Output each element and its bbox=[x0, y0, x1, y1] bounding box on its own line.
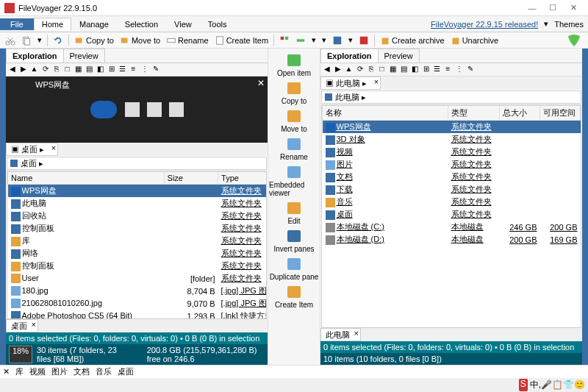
tool-icon-3[interactable] bbox=[330, 35, 345, 46]
location-tab[interactable]: ▣ 桌面 ▸× bbox=[6, 143, 58, 156]
pane-tool-icon[interactable]: ⎘ bbox=[51, 65, 61, 74]
tab-exploration-right[interactable]: Exploration bbox=[320, 49, 379, 63]
maximize-button[interactable]: ☐ bbox=[542, 3, 563, 13]
action-duplicate-pane[interactable]: Duplicate pane bbox=[269, 255, 320, 282]
pane-tool-icon[interactable]: ⊞ bbox=[107, 65, 116, 74]
ime-icon[interactable]: 🎤 bbox=[541, 379, 552, 390]
pane-tool-icon[interactable]: ✎ bbox=[151, 65, 160, 74]
table-row[interactable]: 控制面板系统文件夹 bbox=[8, 222, 268, 235]
table-row[interactable]: User[folder]系统文件夹2022-10-12 17:1... bbox=[8, 272, 268, 285]
tab-exploration-left[interactable]: Exploration bbox=[6, 49, 64, 63]
pane-tool-icon[interactable]: ◧ bbox=[96, 65, 105, 74]
footer-link[interactable]: 视频 bbox=[29, 367, 46, 376]
pane-tool-icon[interactable]: ⟳ bbox=[355, 65, 365, 74]
menu-tab-selection[interactable]: Selection bbox=[117, 18, 166, 31]
pane-tool-icon[interactable]: ▤ bbox=[85, 65, 94, 74]
right-edge[interactable] bbox=[582, 49, 588, 365]
col-type[interactable]: 类型 bbox=[448, 106, 500, 121]
create-item-button[interactable]: Create Item bbox=[212, 35, 270, 46]
pane-tool-icon[interactable]: ▶ bbox=[333, 65, 343, 74]
themes-button[interactable]: Themes bbox=[554, 20, 584, 29]
left-edge[interactable] bbox=[0, 49, 6, 365]
pane-tool-icon[interactable]: ▦ bbox=[74, 65, 83, 74]
ime-icon[interactable]: S bbox=[519, 379, 528, 391]
footer-link[interactable]: 图片 bbox=[51, 367, 68, 376]
action-invert-panes[interactable]: Invert panes bbox=[273, 227, 315, 254]
pane-tool-icon[interactable]: ▲ bbox=[29, 65, 39, 74]
footer-link[interactable]: 文档 bbox=[74, 367, 90, 376]
action-create-item[interactable]: Create Item bbox=[274, 283, 314, 310]
copy-button[interactable] bbox=[19, 35, 34, 46]
close-icon[interactable]: × bbox=[51, 143, 56, 152]
table-row[interactable]: 下载系统文件夹 bbox=[323, 183, 581, 196]
tool-icon[interactable] bbox=[277, 35, 292, 46]
col-name[interactable]: Name bbox=[8, 172, 165, 185]
location-tab[interactable]: ▣ 此电脑 ▸× bbox=[320, 76, 381, 90]
pane-tool-icon[interactable]: ◀ bbox=[322, 65, 331, 74]
action-copy-to[interactable]: Copy to bbox=[281, 79, 307, 106]
table-row[interactable]: 音乐系统文件夹 bbox=[323, 196, 581, 208]
footer-link[interactable]: 库 bbox=[15, 367, 24, 376]
menu-tab-view[interactable]: View bbox=[166, 18, 200, 31]
pane-tool-icon[interactable]: ◀ bbox=[7, 65, 17, 74]
breadcrumb-right[interactable]: 此电脑 ▸ bbox=[321, 90, 581, 104]
table-row[interactable]: 180.jpg8,704 B[.jpg] JPG 图片...2022-10-14… bbox=[8, 285, 268, 297]
table-row[interactable]: 控制面板系统文件夹 bbox=[8, 260, 268, 272]
pane-tool-icon[interactable]: ▦ bbox=[388, 65, 398, 74]
ime-icon[interactable]: 🙂 bbox=[574, 379, 585, 390]
move-to-button[interactable]: Move to bbox=[118, 35, 162, 46]
pane-tool-icon[interactable]: ⊞ bbox=[421, 65, 431, 74]
tool-icon-4[interactable] bbox=[356, 35, 371, 46]
table-row[interactable]: WPS网盘系统文件夹 bbox=[323, 121, 581, 134]
close-icon[interactable]: × bbox=[374, 77, 379, 86]
menu-tab-manage[interactable]: Manage bbox=[71, 18, 117, 31]
table-row[interactable]: 视频系统文件夹 bbox=[323, 146, 581, 158]
action-rename[interactable]: Rename bbox=[279, 135, 309, 162]
tab-preview-left[interactable]: Preview bbox=[63, 49, 105, 63]
tool-icon-2[interactable] bbox=[293, 35, 308, 46]
pane-tool-icon[interactable]: ≡ bbox=[443, 65, 453, 74]
table-row[interactable]: 回收站系统文件夹 bbox=[8, 210, 268, 222]
footer-link[interactable]: 桌面 bbox=[118, 367, 134, 376]
minimize-button[interactable]: — bbox=[522, 4, 542, 13]
table-row[interactable]: 本地磁盘 (D:)本地磁盘200 GB169 GB bbox=[323, 233, 581, 246]
table-row[interactable]: 网络系统文件夹 bbox=[8, 247, 268, 260]
table-row[interactable]: Adobe Photoshop CS5 (64 Bit)1,293 B[.lnk… bbox=[8, 310, 268, 319]
pane-tool-icon[interactable]: □ bbox=[377, 65, 387, 74]
create-archive-button[interactable]: Create archive bbox=[378, 35, 447, 46]
paste-button[interactable]: ▾ bbox=[35, 35, 44, 46]
back-icon[interactable]: ✕ bbox=[3, 367, 10, 377]
bottom-tab-right[interactable]: 此电脑× bbox=[320, 328, 361, 341]
pane-tool-icon[interactable]: ✎ bbox=[465, 65, 475, 74]
cut-button[interactable] bbox=[3, 35, 18, 46]
ime-icon[interactable]: 中 bbox=[530, 379, 539, 390]
col-name[interactable]: 名称 bbox=[323, 106, 448, 121]
rename-button[interactable]: Rename bbox=[164, 35, 211, 46]
col-free[interactable]: 可用空间 bbox=[540, 106, 581, 121]
table-row[interactable]: 文档系统文件夹 bbox=[323, 171, 581, 183]
breadcrumb-left[interactable]: 桌面 ▸ bbox=[7, 157, 267, 170]
pane-tool-icon[interactable]: ▶ bbox=[18, 65, 28, 74]
copy-to-button[interactable]: Copy to bbox=[72, 35, 116, 46]
action-embedded-viewer[interactable]: Embedded viewer bbox=[268, 163, 320, 198]
table-row[interactable]: 桌面系统文件夹 bbox=[323, 208, 581, 221]
table-row[interactable]: 此电脑系统文件夹 bbox=[8, 197, 268, 210]
pane-tool-icon[interactable]: ▲ bbox=[344, 65, 354, 74]
pane-tool-icon[interactable]: ⋮ bbox=[454, 65, 464, 74]
pane-tool-icon[interactable]: ⎘ bbox=[366, 65, 376, 74]
pane-tool-icon[interactable]: ☰ bbox=[118, 65, 127, 74]
col-type[interactable]: Type bbox=[218, 172, 267, 185]
ime-icon[interactable]: 👕 bbox=[563, 379, 574, 390]
pane-tool-icon[interactable]: ☰ bbox=[432, 65, 442, 74]
table-row[interactable]: 库系统文件夹 bbox=[8, 235, 268, 247]
table-row[interactable]: 210628081010260.jpg9,070 B[.jpg] JPG 图片.… bbox=[8, 297, 268, 310]
action-open-item[interactable]: Open item bbox=[276, 51, 312, 78]
pane-tool-icon[interactable]: ⋮ bbox=[140, 65, 149, 74]
undo-button[interactable] bbox=[51, 35, 65, 46]
col-size[interactable]: Size bbox=[164, 172, 218, 185]
close-icon[interactable]: ✕ bbox=[257, 78, 265, 88]
table-row[interactable]: 3D 对象系统文件夹 bbox=[323, 133, 581, 146]
pane-tool-icon[interactable]: ≡ bbox=[129, 65, 138, 74]
unarchive-button[interactable]: Unarchive bbox=[448, 35, 501, 46]
bottom-tab-left[interactable]: 桌面× bbox=[6, 319, 38, 332]
